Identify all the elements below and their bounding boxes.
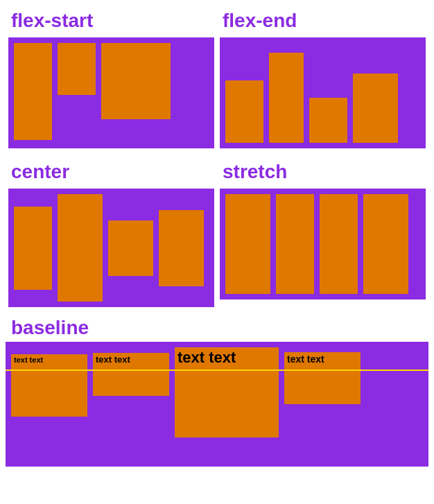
flex-start-block-2 — [58, 43, 96, 95]
flex-start-demo — [8, 37, 214, 148]
center-title: center — [6, 157, 217, 186]
flex-end-block-3 — [309, 98, 347, 143]
center-demo — [8, 189, 214, 307]
flex-end-section: flex-end — [217, 6, 428, 151]
baseline-item-1: text text — [11, 354, 87, 417]
baseline-line — [6, 370, 428, 371]
center-block-4 — [159, 210, 204, 286]
stretch-block-2 — [276, 194, 314, 294]
baseline-section: baseline text text text text text text t… — [0, 310, 434, 472]
baseline-text-1: text text — [11, 354, 87, 365]
flex-end-title: flex-end — [217, 6, 428, 35]
flex-end-block-4 — [353, 73, 398, 143]
baseline-text-2: text text — [93, 353, 169, 366]
baseline-item-4: text text — [284, 352, 361, 404]
stretch-section: stretch — [217, 157, 428, 310]
center-section: center — [6, 157, 217, 310]
baseline-text-3: text text — [175, 347, 279, 368]
center-block-2 — [58, 194, 103, 302]
flex-end-demo — [220, 37, 426, 148]
stretch-block-3 — [320, 194, 358, 294]
center-block-3 — [108, 220, 153, 276]
stretch-title: stretch — [217, 157, 428, 186]
flex-start-title: flex-start — [6, 6, 217, 35]
flex-start-block-3 — [101, 43, 171, 119]
stretch-block-1 — [225, 194, 270, 294]
baseline-item-2: text text — [93, 353, 169, 396]
middle-row: center stretch — [0, 151, 434, 310]
baseline-item-3: text text — [175, 347, 279, 437]
stretch-demo — [220, 189, 426, 299]
baseline-title: baseline — [6, 313, 428, 342]
stretch-block-4 — [363, 194, 408, 294]
flex-start-section: flex-start — [6, 6, 217, 151]
flex-start-block-1 — [14, 43, 52, 140]
flex-end-block-1 — [225, 80, 263, 143]
flex-end-block-2 — [269, 53, 304, 143]
top-row: flex-start flex-end — [0, 0, 434, 151]
baseline-text-4: text text — [284, 352, 361, 366]
center-block-1 — [14, 207, 52, 290]
baseline-demo: text text text text text text text text — [6, 342, 428, 467]
